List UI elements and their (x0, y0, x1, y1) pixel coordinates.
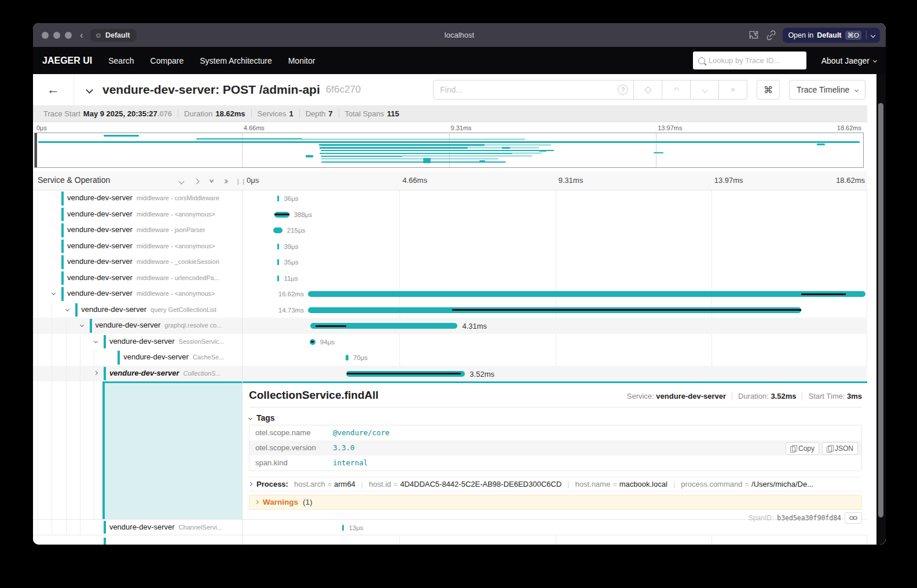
span-timeline-cell[interactable]: 215μs (244, 222, 867, 238)
span-bar[interactable] (308, 291, 865, 297)
column-resize-handle[interactable]: ❙❙ (236, 178, 247, 185)
collapse-all-icon[interactable] (206, 177, 217, 186)
collapse-trace-header-button[interactable] (87, 84, 92, 95)
extensions-icon[interactable] (748, 30, 760, 41)
collapse-span-icon[interactable] (52, 291, 56, 295)
open-in-default-button[interactable]: Open in Default ⌘O (783, 28, 880, 43)
span-timeline-cell[interactable]: 36μs (244, 190, 867, 207)
minimap-span (817, 144, 825, 145)
minimap-span (513, 153, 542, 153)
about-jaeger-menu[interactable]: About Jaeger (821, 56, 876, 65)
indent-guide (38, 381, 38, 519)
trace-view-select[interactable]: Trace Timeline (789, 80, 865, 100)
span-timeline-cell[interactable]: 70μs (244, 350, 867, 366)
span-row[interactable]: vendure-dev-servermiddleware - _cookieSe… (33, 254, 867, 270)
span-row[interactable]: vendure-dev-servermiddleware - urlencode… (33, 270, 867, 286)
open-in-label: Open in (788, 31, 813, 39)
span-row[interactable]: vendure-dev-servergraphql.resolve co...4… (33, 318, 867, 334)
expand-all-icon[interactable] (221, 177, 232, 186)
span-bar[interactable] (346, 355, 349, 361)
clear-search-button[interactable]: × (719, 80, 747, 100)
span-row[interactable]: vendure-dev-serverCollectionS...3.52ms (33, 366, 867, 382)
span-bar[interactable] (310, 323, 457, 329)
span-timeline-cell[interactable]: 3.52ms (244, 366, 867, 382)
tag-row[interactable]: span.kindinternal (250, 455, 861, 471)
keyboard-shortcuts-button[interactable]: ⌘ (757, 80, 780, 100)
span-timeline-cell[interactable]: 4.31ms (244, 318, 867, 334)
nav-item-search[interactable]: Search (108, 56, 134, 65)
span-bar[interactable] (274, 212, 289, 218)
span-timeline-cell[interactable]: 388μs (244, 207, 867, 223)
collapse-one-icon[interactable] (175, 177, 187, 186)
process-key: host.arch (294, 480, 325, 488)
span-timeline-cell[interactable]: 16.62ms (244, 286, 867, 302)
help-icon[interactable]: ? (618, 84, 628, 95)
browser-back-button[interactable]: ‹ (80, 30, 83, 41)
chevron-down-icon[interactable] (871, 32, 875, 37)
span-row[interactable]: vendure-dev-servermiddleware - jsonParse… (33, 222, 867, 238)
nav-item-monitor[interactable]: Monitor (288, 56, 316, 65)
collapse-span-icon[interactable] (65, 307, 69, 311)
span-rows-area: CollectionService.findAll Service: vendu… (33, 190, 867, 545)
collapse-span-icon[interactable] (94, 339, 98, 343)
copy-tags-button[interactable]: Copy (786, 442, 819, 455)
service-color-strip (61, 255, 64, 269)
span-timeline-cell[interactable]: 94μs (244, 334, 867, 350)
tags-section-toggle[interactable]: Tags (249, 413, 862, 424)
nav-item-compare[interactable]: Compare (151, 56, 184, 65)
warnings-section-toggle[interactable]: Warnings (1) (249, 495, 862, 510)
trace-minimap[interactable] (34, 133, 864, 168)
tag-row[interactable]: otel.scope.version3.3.0 (250, 440, 861, 455)
span-row[interactable]: vendure-dev-servermiddleware - <anonymou… (33, 238, 867, 255)
detail-duration-value: 3.52ms (771, 392, 796, 400)
focus-match-button[interactable] (634, 80, 662, 100)
column-divider[interactable] (242, 190, 243, 545)
indent-guide (52, 334, 52, 350)
span-duration-label: 70μs (353, 354, 368, 361)
minimize-window-button[interactable] (53, 32, 60, 39)
tags-table: otel.scope.name@vendure/coreotel.scope.v… (249, 425, 862, 471)
minimap-span (320, 147, 468, 149)
span-bar[interactable] (346, 371, 465, 377)
span-link-button[interactable] (845, 512, 862, 524)
span-timeline-cell[interactable]: 35μs (244, 254, 867, 270)
zoom-window-button[interactable] (65, 32, 72, 39)
span-bar[interactable] (310, 339, 316, 345)
back-to-search-button[interactable]: ← (33, 74, 74, 105)
span-row[interactable]: vendure-dev-servermiddleware - <anonymou… (33, 207, 867, 223)
span-row[interactable]: vendure-dev-servermiddleware - <anonymou… (33, 286, 867, 302)
detail-service-value: vendure-dev-server (656, 392, 726, 400)
chevron-up-icon (673, 87, 679, 93)
scrollbar-thumb[interactable] (878, 103, 883, 517)
nav-item-system-architecture[interactable]: System Architecture (200, 56, 272, 65)
collapse-span-icon[interactable] (80, 323, 84, 327)
span-row[interactable]: vendure-dev-serverCacheSe...70μs (33, 350, 867, 366)
process-section-toggle[interactable]: Process: host.arch=arm64|host.id=4D4DDAC… (249, 477, 862, 491)
span-timeline-cell[interactable]: 39μs (244, 238, 867, 255)
expand-one-icon[interactable] (190, 177, 202, 186)
json-tags-button[interactable]: JSON (822, 442, 858, 455)
prev-match-button[interactable] (662, 80, 691, 100)
copy-link-icon[interactable] (765, 30, 777, 41)
minimap-tick-label: 0μs (36, 124, 47, 131)
span-bar[interactable] (273, 227, 283, 233)
tag-row[interactable]: otel.scope.name@vendure/core (250, 425, 861, 440)
minimap-span (104, 135, 140, 137)
span-row[interactable]: vendure-dev-serverquery GetCollectionLis… (33, 302, 867, 318)
minimap-drag-handle[interactable] (35, 133, 37, 167)
span-timeline-cell[interactable]: 11μs (244, 270, 867, 286)
span-timeline-cell[interactable]: 14.73ms (244, 302, 867, 318)
find-input[interactable] (434, 85, 618, 94)
span-row[interactable]: vendure-dev-serverSessionServic...94μs (33, 334, 867, 350)
browser-tab[interactable]: ☺ Default (90, 29, 137, 42)
close-window-button[interactable] (42, 32, 49, 39)
span-bar[interactable] (308, 307, 801, 313)
next-match-button[interactable] (691, 80, 719, 100)
browser-tab-label: Default (105, 31, 130, 39)
span-row[interactable]: vendure-dev-servermiddleware - corsMiddl… (33, 190, 867, 207)
service-color-strip (104, 538, 106, 545)
trace-lookup-input[interactable] (709, 56, 795, 65)
copy-icon (790, 445, 796, 452)
selected-span-gutter[interactable] (102, 383, 242, 520)
expand-span-icon[interactable] (94, 370, 98, 374)
